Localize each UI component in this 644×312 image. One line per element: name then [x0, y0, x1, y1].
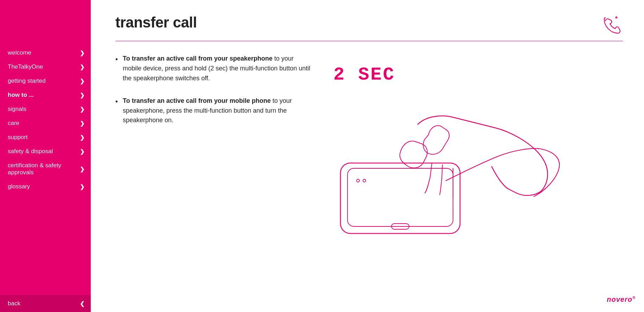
brand-registered: ®: [632, 295, 636, 300]
device-illustration: [312, 71, 566, 255]
bullet-dot-1: •: [115, 55, 118, 64]
bullet2-strong: To transfer an active call from your mob…: [123, 97, 271, 104]
svg-point-3: [357, 179, 359, 182]
sidebar-item-label: support: [8, 134, 28, 141]
bullet-item-2: • To transfer an active call from your m…: [115, 96, 312, 126]
illustration-section: 2 SEC: [312, 54, 623, 298]
back-label: back: [8, 300, 20, 307]
sidebar-item-certification[interactable]: certification & safety approvals ❯: [0, 158, 91, 180]
chevron-right-icon: ❯: [80, 166, 84, 173]
bullet-item-1: • To transfer an active call from your s…: [115, 54, 312, 83]
bullet-dot-2: •: [115, 97, 118, 106]
content-body: • To transfer an active call from your s…: [115, 54, 623, 298]
sidebar-item-talkyOne[interactable]: TheTalkyOne ❯: [0, 60, 91, 74]
chevron-right-icon: ❯: [80, 120, 84, 127]
sidebar-item-welcome[interactable]: welcome ❯: [0, 46, 91, 60]
chevron-right-icon: ❯: [80, 148, 84, 155]
bullet1-strong: To transfer an active call from your spe…: [123, 55, 273, 62]
bullet-text-2: To transfer an active call from your mob…: [123, 96, 312, 126]
sidebar-item-getting-started[interactable]: getting started ❯: [0, 74, 91, 88]
chevron-left-icon: ❮: [80, 300, 84, 307]
brand-name: novero: [607, 295, 632, 303]
sidebar-item-safety-disposal[interactable]: safety & disposal ❯: [0, 144, 91, 158]
sidebar-item-label: signals: [8, 106, 26, 113]
main-content: transfer call * • To transfer an active …: [91, 0, 644, 312]
sidebar-item-label: welcome: [8, 49, 31, 56]
chevron-right-icon: ❯: [80, 134, 84, 141]
page-header: transfer call *: [115, 14, 623, 41]
sidebar-item-label: how to ...: [8, 92, 34, 99]
chevron-right-icon: ❯: [80, 183, 84, 190]
sidebar-item-support[interactable]: support ❯: [0, 130, 91, 144]
sidebar-item-label: TheTalkyOne: [8, 63, 43, 70]
svg-point-4: [363, 179, 366, 182]
chevron-right-icon: ❯: [80, 78, 84, 85]
sidebar-item-label: getting started: [8, 77, 46, 85]
chevron-right-icon: ❯: [80, 106, 84, 113]
brand-logo: novero®: [607, 295, 636, 304]
chevron-right-icon: ❯: [80, 64, 84, 70]
chevron-right-icon: ❯: [80, 92, 84, 99]
sidebar-item-how-to[interactable]: how to ... ❯: [0, 88, 91, 102]
sidebar-item-signals[interactable]: signals ❯: [0, 102, 91, 116]
sidebar-item-label: glossary: [8, 183, 30, 190]
text-section: • To transfer an active call from your s…: [115, 54, 312, 298]
sidebar: welcome ❯ TheTalkyOne ❯ getting started …: [0, 0, 91, 312]
sidebar-item-label: safety & disposal: [8, 148, 53, 155]
phone-icon-container: *: [602, 15, 623, 36]
sidebar-item-glossary[interactable]: glossary ❯: [0, 180, 91, 194]
page-title: transfer call: [115, 14, 197, 31]
phone-asterisk-icon: *: [602, 15, 623, 36]
sidebar-item-care[interactable]: care ❯: [0, 116, 91, 130]
chevron-right-icon: ❯: [80, 50, 84, 56]
sidebar-nav: welcome ❯ TheTalkyOne ❯ getting started …: [0, 0, 91, 194]
sidebar-item-label: certification & safety approvals: [8, 162, 80, 176]
svg-rect-2: [347, 168, 453, 226]
sidebar-item-label: care: [8, 120, 19, 127]
bullet-text-1: To transfer an active call from your spe…: [123, 54, 312, 83]
svg-text:*: *: [615, 15, 618, 22]
back-button[interactable]: back ❮: [0, 295, 91, 312]
